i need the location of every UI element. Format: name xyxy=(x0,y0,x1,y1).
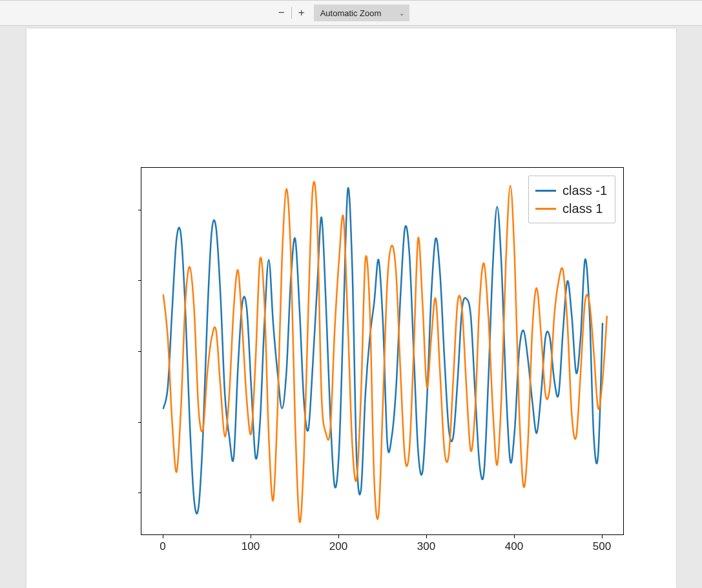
legend-entry-class-1: class 1 xyxy=(535,199,607,218)
chevron-down-icon: ⌄ xyxy=(399,10,404,17)
chart-legend: class -1 class 1 xyxy=(528,176,615,223)
pdf-toolbar: − + Automatic Zoom ⌄ xyxy=(0,0,702,26)
toolbar-separator xyxy=(291,7,292,19)
zoom-out-button[interactable]: − xyxy=(273,5,290,21)
x-tick-label: 200 xyxy=(329,540,347,553)
zoom-in-button[interactable]: + xyxy=(293,5,310,21)
line-chart: −2−1012 0100200300400500 class -1 class … xyxy=(114,167,624,561)
series-line-1 xyxy=(163,182,607,522)
document-page: −2−1012 0100200300400500 class -1 class … xyxy=(26,28,676,588)
legend-entry-class-minus-1: class -1 xyxy=(535,181,607,199)
plot-area: class -1 class 1 xyxy=(141,167,624,535)
x-tick-label: 0 xyxy=(160,540,165,553)
legend-swatch xyxy=(535,190,556,192)
x-tick-label: 500 xyxy=(593,540,611,553)
series-line-0 xyxy=(163,188,603,513)
zoom-controls: − + Automatic Zoom ⌄ xyxy=(273,5,410,21)
legend-label: class 1 xyxy=(563,201,603,216)
legend-swatch xyxy=(535,208,556,210)
legend-label: class -1 xyxy=(563,183,607,198)
zoom-mode-label: Automatic Zoom xyxy=(320,8,382,18)
x-tick-label: 100 xyxy=(242,540,260,553)
x-tick-label: 400 xyxy=(505,540,523,553)
x-tick-label: 300 xyxy=(417,540,435,553)
zoom-mode-select[interactable]: Automatic Zoom ⌄ xyxy=(314,5,410,21)
